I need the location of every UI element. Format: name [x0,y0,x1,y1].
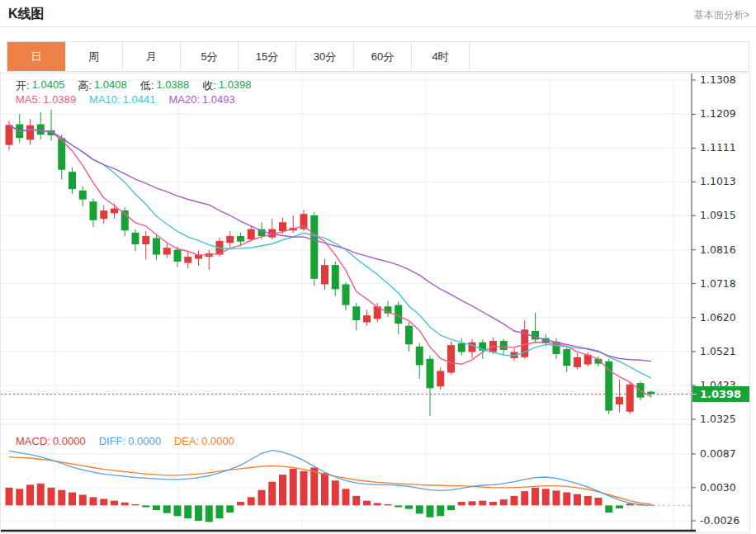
candle-body [458,343,465,352]
candle-body [279,222,286,231]
macd-bar [132,504,139,505]
tab-5分[interactable]: 5分 [181,42,239,71]
price-tick-label: 1.0325 [700,413,736,425]
macd-bar [563,493,570,506]
candle-body [332,265,339,289]
macd-bar [48,488,55,506]
candle-body [6,125,13,144]
price-tick-label: 1.0620 [700,311,736,324]
macd-bar [405,505,413,508]
macd-bar [6,488,13,506]
macd-bar [595,498,602,505]
macd-bar [248,497,255,505]
price-tick-label: 1.1111 [700,141,736,154]
candle-body [184,257,191,263]
macd-bar [363,501,371,506]
macd-bar [511,496,518,505]
candle-body [132,233,139,244]
tab-周[interactable]: 周 [65,42,123,71]
macd-bar [427,505,434,517]
candle-body [626,385,634,412]
macd-bar [26,484,34,505]
macd-bar [258,490,266,506]
macd-bar [532,488,539,506]
macd-bar [37,484,45,506]
macd-bar [352,496,360,505]
candle-body [226,236,234,243]
macd-bar [553,490,560,505]
candle-body [363,315,371,322]
ma10-line [9,125,651,378]
candle-body [310,215,318,279]
candle-body [26,125,34,140]
macd-bar [479,501,486,506]
macd-bar [195,505,202,521]
macd-bar [268,482,276,506]
candle-body [427,359,434,389]
macd-bar [16,489,23,505]
price-tick-label: 1.0915 [700,209,736,221]
tab-4时[interactable]: 4时 [412,42,470,71]
tab-30分[interactable]: 30分 [296,42,354,71]
candle-body [100,210,107,219]
macd-bar [226,505,234,513]
candle-body [416,347,423,366]
macd-bar [174,505,182,516]
candle-body [163,248,171,254]
macd-bar [332,480,339,505]
macd-tick-label: -0.0026 [700,514,739,527]
header-divider [0,26,756,27]
macd-bar [574,494,581,506]
tab-15分[interactable]: 15分 [239,42,296,71]
macd-bar [469,501,476,505]
macd-bar [500,499,508,505]
candle-body [469,343,476,352]
macd-bar [290,469,297,505]
ma20-line [9,125,651,361]
candle-body [153,238,160,254]
macd-bar [489,502,497,505]
macd-tick-label: 0.0030 [700,481,736,494]
price-tick-label: 1.1209 [700,107,736,120]
candle-body [79,191,87,200]
candle-body [111,209,118,214]
tab-60分[interactable]: 60分 [354,42,412,71]
tab-日[interactable]: 日 [7,42,65,71]
tab-月[interactable]: 月 [123,42,181,71]
candle-body [563,349,570,366]
candle-body [447,345,455,372]
macd-bar [79,494,87,505]
macd-bar [458,502,465,505]
macd-bar [153,505,160,510]
macd-bar [237,502,244,505]
candle-body [343,285,350,305]
macd-tick-label: 0.0087 [700,447,736,460]
macd-bar [395,505,402,507]
fundamental-analysis-link[interactable]: 基本面分析> [694,8,749,22]
macd-bar [279,475,286,505]
macd-bar [310,467,318,505]
candle-body [90,201,97,220]
candle-body [647,392,654,395]
macd-bar [300,471,308,506]
candle-body [69,172,76,189]
widget-header: K线图 基本面分析> [0,0,756,26]
kline-widget: K线图 基本面分析> 日周月5分15分30分60分4时 1.13081.1209… [0,0,756,534]
macd-bar [605,505,612,513]
candle-body [321,265,328,284]
candle-body [500,341,508,350]
page-title: K线图 [8,6,45,23]
interval-tab-bar: 日周月5分15分30分60分4时 [7,41,749,72]
price-tick-label: 1.1013 [700,175,736,187]
macd-bar [321,473,328,505]
macd-bar [343,489,350,505]
macd-bar [584,496,592,505]
macd-bar [416,505,423,513]
candle-body [37,125,45,135]
macd-bar [206,505,213,522]
kline-chart-canvas[interactable]: 1.13081.12091.11111.10131.09151.08161.07… [1,73,749,532]
macd-bar [216,505,224,518]
candle-body [237,236,244,242]
candle-body [605,362,612,411]
candle-body [352,306,360,320]
